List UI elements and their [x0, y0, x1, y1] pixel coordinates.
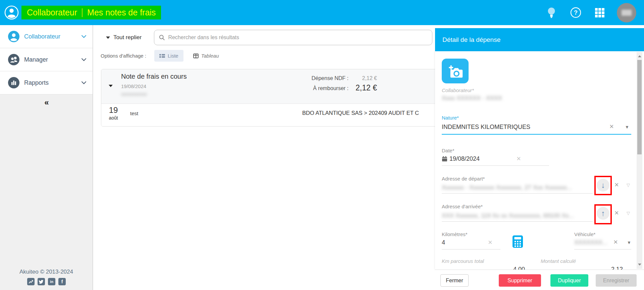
akuiteo-app: Collaborateur Mes notes de frais ? [0, 0, 644, 290]
duplicate-button[interactable]: Dupliquer [550, 274, 588, 287]
linkedin-link[interactable]: in [48, 278, 55, 285]
kilometres-value[interactable]: 4 [442, 239, 445, 246]
detail-panel-body: Collaborateur* Xxxx XXXXXX - XXXX Nature… [435, 51, 644, 270]
expense-line-label: test [130, 111, 138, 116]
add-photo-button[interactable] [442, 59, 469, 83]
expense-report-header[interactable]: Note de frais en cours 19/08/2024 xxxxxx… [101, 69, 443, 104]
people-icon [8, 54, 19, 65]
expense-report-redacted-line: xxxxxxxxxxx [121, 91, 147, 97]
akuiteo-chart-link[interactable] [27, 278, 35, 285]
montant-value: 2,12 [580, 266, 623, 270]
panel-scrollbar[interactable] [637, 52, 642, 269]
nature-label: Nature* [442, 115, 459, 121]
expense-report-card: Note de frais en cours 19/08/2024 xxxxxx… [101, 69, 443, 127]
scroll-down-icon[interactable] [638, 264, 641, 266]
page-title: Collaborateur Mes notes de frais [21, 6, 161, 19]
results-search [154, 30, 432, 45]
arrivee-value[interactable]: XXX Xxxxxxx, 119 Xx xx Xxxxxxxxxx, 69100… [442, 212, 574, 219]
table-view-icon [193, 54, 199, 58]
svg-text:in: in [50, 280, 53, 284]
lightbulb-icon [547, 7, 556, 19]
arrivee-move-up-button[interactable]: ↑ [597, 207, 609, 220]
date-value[interactable]: 19/08/2024 [449, 155, 480, 162]
depart-dropdown-icon[interactable]: ▽ [627, 183, 630, 188]
expense-report-date: 19/08/2024 [121, 83, 146, 89]
view-list-button[interactable]: Liste [154, 50, 183, 62]
view-list-label: Liste [168, 53, 178, 59]
display-options-label: Options d'affichage : [101, 53, 146, 59]
depart-value[interactable]: Xxxxxxx - Xxxxxxxx Xxxxxxxx, 27 Xxx Xxxx… [442, 184, 572, 191]
camera-plus-icon [446, 63, 464, 79]
sidebar-footer: Akuiteo © 2013-2024 in [0, 269, 93, 285]
sidebar-collapse-button[interactable]: « [0, 98, 93, 107]
collapse-all-button[interactable]: Tout replier [106, 34, 142, 41]
twitter-link[interactable] [38, 278, 45, 285]
expense-report-title: Note de frais en cours [121, 73, 187, 80]
detail-panel-title: Détail de la dépense [442, 36, 500, 44]
sidebar: Collaborateur Manager [0, 25, 93, 290]
distance-calculator-button[interactable] [513, 235, 523, 249]
arrivee-dropdown-icon[interactable]: ▽ [627, 211, 630, 216]
svg-text:f: f [61, 279, 63, 284]
avatar-redacted-initials [622, 10, 632, 16]
kilometres-clear-icon[interactable]: × [488, 239, 492, 246]
vehicule-dropdown-icon[interactable]: ▼ [627, 240, 631, 245]
user-badge-icon [4, 5, 19, 20]
delete-button[interactable]: Supprimer [499, 274, 541, 287]
tips-bulb-button[interactable] [539, 7, 564, 19]
depart-clear-icon[interactable]: × [614, 181, 619, 189]
nature-value[interactable]: INDEMNITES KILOMETRIQUES [442, 124, 530, 131]
arrivee-clear-icon[interactable]: × [614, 209, 619, 217]
chevron-down-icon [81, 35, 87, 38]
scrollbar-thumb[interactable] [637, 60, 642, 154]
expense-line-month: août [106, 115, 121, 121]
copyright-text: Akuiteo © 2013-2024 [0, 269, 93, 275]
bar-chart-icon [8, 77, 19, 88]
kilometres-underline [442, 249, 500, 249]
vehicule-clear-icon[interactable]: × [613, 238, 618, 246]
expense-ndf-value: 2,12 € [337, 75, 377, 81]
sidebar-menu: Collaborateur Manager [0, 25, 93, 94]
kilometres-label: Kilomètres* [442, 231, 468, 237]
depart-label: Adresse de départ* [442, 176, 485, 182]
scroll-up-icon[interactable] [638, 55, 641, 57]
vehicule-underline [574, 249, 631, 249]
view-table-label: Tableau [201, 53, 219, 59]
svg-text:?: ? [574, 9, 578, 16]
apps-grid-button[interactable] [588, 8, 612, 18]
sidebar-item-label: Rapports [24, 79, 81, 86]
date-underline [442, 165, 549, 166]
list-view-icon [159, 54, 165, 58]
sidebar-item-manager[interactable]: Manager [0, 48, 93, 71]
arrow-down-icon: ↓ [601, 181, 605, 190]
facebook-link[interactable]: f [58, 278, 66, 285]
nature-dropdown-icon[interactable]: ▼ [625, 125, 629, 130]
depart-move-down-button[interactable]: ↓ [597, 179, 609, 192]
help-button[interactable]: ? [564, 7, 588, 18]
nature-clear-icon[interactable]: × [609, 123, 614, 130]
sidebar-item-label: Manager [24, 56, 81, 63]
sidebar-item-collaborateur[interactable]: Collaborateur [0, 25, 93, 48]
arrivee-label: Adresse d'arrivée* [442, 204, 483, 209]
close-button[interactable]: Fermer [440, 274, 469, 287]
view-table-button[interactable]: Tableau [188, 50, 224, 62]
calculator-icon [513, 235, 523, 248]
title-separator [82, 8, 83, 17]
vehicule-label: Véhicule* [574, 231, 595, 237]
detail-panel-footer: Fermer Supprimer Dupliquer Enregistrer [435, 270, 644, 290]
chevron-down-icon [81, 81, 87, 84]
collapse-triangle-icon[interactable] [109, 85, 113, 87]
sidebar-item-rapports[interactable]: Rapports [0, 71, 93, 94]
help-icon: ? [570, 7, 581, 18]
page-title-section: Collaborateur [27, 8, 77, 17]
expense-line-row[interactable]: 19 août test BDO ATLANTIQUE SAS > 202409… [101, 104, 443, 127]
linkedin-icon: in [49, 279, 55, 285]
triangle-down-icon [106, 37, 110, 39]
date-clear-icon[interactable]: × [517, 155, 521, 162]
reimburse-value: 2,12 € [337, 83, 377, 92]
search-input[interactable] [168, 34, 427, 41]
user-avatar[interactable] [617, 3, 636, 22]
vehicule-value[interactable]: XXXXXXX... [574, 239, 607, 246]
save-button[interactable]: Enregistrer [596, 274, 637, 287]
social-links: in f [0, 278, 93, 285]
